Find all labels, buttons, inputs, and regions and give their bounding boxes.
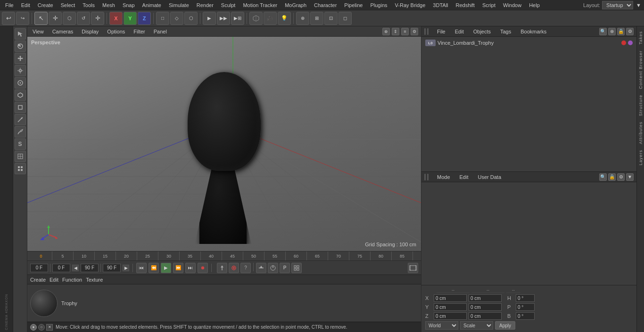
frame-next-btn[interactable]: ▶ [123, 265, 129, 271]
record-button[interactable]: ⏺ [198, 263, 208, 273]
snap-button[interactable]: ⊕ [296, 12, 309, 25]
mat-menu-edit[interactable]: Edit [50, 277, 58, 283]
polygon-button[interactable]: □ [156, 12, 169, 25]
view-cube-button[interactable] [249, 12, 263, 25]
tab-structure[interactable]: Structure [637, 92, 644, 119]
motion-btn[interactable] [256, 263, 266, 273]
menu-render[interactable]: Render [193, 1, 217, 9]
key-help-btn[interactable]: ? [240, 263, 251, 273]
tool-rotate[interactable] [15, 77, 26, 89]
key-grid-btn[interactable] [291, 263, 302, 273]
objects-settings-btn[interactable]: ⚙ [626, 28, 634, 35]
menu-script[interactable]: Script [479, 1, 499, 9]
workplane-button[interactable]: ⊞ [310, 12, 323, 25]
tab-takes[interactable]: Takes [637, 28, 644, 48]
menu-tools[interactable]: Tools [79, 1, 98, 9]
x-axis-button[interactable]: X [109, 12, 123, 25]
timeline-markers[interactable]: 5 10 15 20 25 30 35 40 45 50 55 60 65 70… [52, 251, 421, 260]
key-move-btn[interactable] [217, 263, 227, 273]
mat-menu-create[interactable]: Create [30, 277, 46, 283]
go-start-button[interactable]: ⏮ [136, 263, 147, 273]
render-button[interactable]: ▶▶ [217, 12, 230, 25]
attr-edit-menu[interactable]: Edit [457, 174, 471, 180]
undo-button[interactable]: ↩ [2, 12, 15, 25]
grid-button[interactable]: ⊡ [324, 12, 338, 25]
attr-mode-menu[interactable]: Mode [434, 174, 453, 180]
material-preview-sphere[interactable] [30, 290, 58, 317]
mat-menu-texture[interactable]: Texture [86, 277, 103, 283]
attr-userdata-menu[interactable]: User Data [475, 174, 504, 180]
objects-search-btn[interactable]: 🔍 [599, 28, 607, 35]
tab-layers[interactable]: Layers [637, 147, 644, 168]
objects-tags-menu[interactable]: Tags [497, 28, 514, 35]
object-color-1[interactable] [621, 40, 626, 45]
menu-sculpt[interactable]: Sculpt [218, 1, 239, 9]
menu-plugins[interactable]: Plugins [367, 1, 390, 9]
render-region-button[interactable]: ▶⊞ [231, 12, 244, 25]
camera-button[interactable]: 🎥 [264, 12, 277, 25]
objects-filter-btn[interactable]: ⊕ [608, 28, 616, 35]
move-tool-button[interactable]: ✛ [49, 12, 62, 25]
menu-snap[interactable]: Snap [119, 1, 138, 9]
prev-frame-button[interactable]: ⏪ [149, 263, 159, 273]
coord-x-size-input[interactable] [469, 294, 502, 302]
attr-lock-btn[interactable]: 🔒 [608, 173, 616, 181]
vp-ctrl-menu[interactable]: ≡ [401, 28, 409, 35]
select-tool-button[interactable]: ↖ [34, 12, 48, 25]
render-preview-button[interactable]: ▶ [203, 12, 216, 25]
objects-edit-menu[interactable]: Edit [452, 28, 467, 35]
frame-end-input1[interactable] [81, 264, 99, 272]
vp-menu-display[interactable]: Display [79, 28, 101, 35]
tool-poly[interactable] [15, 89, 26, 101]
key-record-btn[interactable] [229, 263, 239, 273]
tool-subdivide[interactable] [15, 151, 26, 162]
menu-motion-tracker[interactable]: Motion Tracker [239, 1, 281, 9]
transform-mode-select[interactable]: Scale [460, 321, 493, 330]
film-button[interactable] [408, 263, 418, 273]
status-indicator-3[interactable]: ✕ [46, 324, 53, 331]
menu-character[interactable]: Character [311, 1, 340, 9]
menu-edit[interactable]: Edit [18, 1, 33, 9]
coord-h-input[interactable] [516, 294, 535, 302]
menu-vray[interactable]: V-Ray Bridge [392, 1, 429, 9]
tool-live-select[interactable] [15, 40, 26, 52]
light-button[interactable]: 💡 [278, 12, 291, 25]
objects-lock-btn[interactable]: 🔒 [617, 28, 625, 35]
menu-file[interactable]: File [2, 1, 17, 9]
tool-select[interactable] [15, 28, 26, 40]
coord-x-pos-input[interactable] [434, 294, 467, 302]
scale-tool-button[interactable]: ⬡ [63, 12, 76, 25]
vp-menu-view[interactable]: View [30, 28, 46, 35]
layout-select[interactable]: Startup [602, 1, 633, 9]
y-axis-button[interactable]: Y [124, 12, 137, 25]
coord-y-size-input[interactable] [469, 303, 502, 311]
vp-menu-panel[interactable]: Panel [151, 28, 169, 35]
transform-button[interactable]: ✛ [91, 12, 104, 25]
menu-animate[interactable]: Animate [139, 1, 165, 9]
attr-gear-btn[interactable]: ⚙ [617, 173, 625, 181]
vp-ctrl-arrows[interactable]: ⇕ [392, 28, 399, 35]
tab-attributes[interactable]: Attributes [637, 119, 644, 147]
redo-button[interactable]: ↪ [16, 12, 29, 25]
go-end-button[interactable]: ⏭ [185, 263, 196, 273]
status-indicator-1[interactable]: ● [30, 324, 37, 331]
mat-menu-function[interactable]: Function [62, 277, 82, 283]
layout-dropdown-icon[interactable]: ▼ [635, 2, 642, 8]
coord-y-pos-input[interactable] [434, 303, 467, 311]
attr-search-btn[interactable]: 🔍 [599, 173, 607, 181]
display-button[interactable]: ◻ [339, 12, 352, 25]
coord-z-size-input[interactable] [469, 312, 502, 320]
vp-menu-options[interactable]: Options [105, 28, 127, 35]
key-P-btn[interactable]: P [280, 263, 290, 273]
menu-3dtall[interactable]: 3DTAll [429, 1, 451, 9]
tab-content-browser[interactable]: Content Browser [637, 48, 644, 92]
menu-select[interactable]: Select [58, 1, 79, 9]
coord-b-input[interactable] [516, 312, 535, 320]
apply-button[interactable]: Apply [495, 321, 515, 330]
menu-mesh[interactable]: Mesh [99, 1, 118, 9]
tool-knife[interactable] [15, 126, 26, 138]
tool-grid[interactable] [15, 163, 26, 174]
objects-file-menu[interactable]: File [434, 28, 448, 35]
objects-objects-menu[interactable]: Objects [471, 28, 494, 35]
menu-simulate[interactable]: Simulate [165, 1, 192, 9]
